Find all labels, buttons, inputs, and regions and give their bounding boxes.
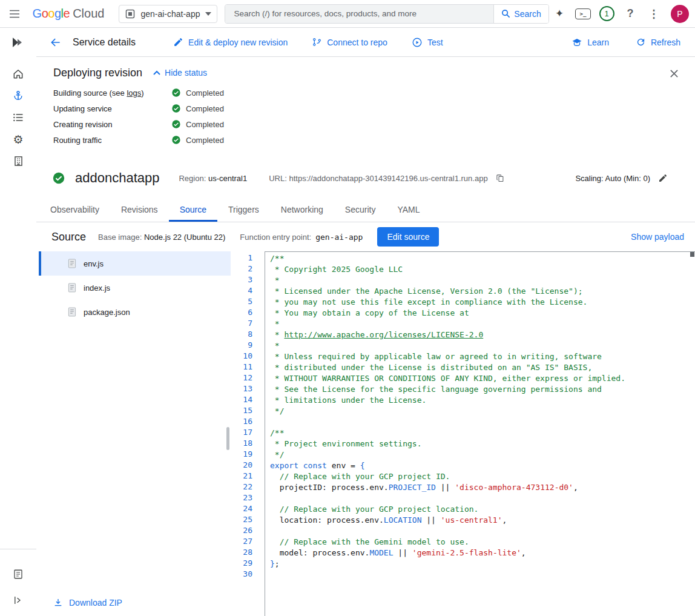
code-line: */ (270, 406, 695, 417)
check-circle-icon (171, 119, 181, 129)
notifications-button[interactable]: 1 (596, 4, 617, 24)
left-nav-rail: ⚙ (0, 28, 36, 616)
code-content: /** * Copyright 2025 Google LLC * * Lice… (265, 251, 695, 616)
cloud-shell-icon: >_ (575, 8, 591, 19)
code-line: * Copyright 2025 Google LLC (270, 264, 695, 275)
line-number: 5 (231, 296, 252, 307)
test-button[interactable]: Test (412, 37, 443, 48)
hamburger-menu-button[interactable] (0, 0, 29, 28)
cloud-shell-button[interactable]: >_ (573, 4, 593, 24)
panel-expand-icon (13, 595, 24, 606)
help-button[interactable]: ? (620, 4, 641, 24)
cloud-run-product-logo (11, 31, 25, 53)
file-name: index.js (84, 283, 110, 293)
service-name: addonchatapp (75, 170, 159, 186)
header-actions: ✦ >_ 1 ? ⋮ P (549, 4, 695, 24)
tab-security[interactable]: Security (334, 200, 387, 222)
status-text: Completed (186, 120, 224, 129)
rail-organization-button[interactable] (5, 150, 31, 172)
project-picker[interactable]: gen-ai-chat-app (119, 5, 217, 23)
code-line: * See the License for the specific langu… (270, 384, 695, 395)
list-icon (12, 111, 24, 124)
tab-yaml[interactable]: YAML (386, 200, 430, 222)
connect-repo-button[interactable]: Connect to repo (312, 37, 387, 47)
download-zip-label: Download ZIP (69, 598, 122, 608)
edit-deploy-button[interactable]: Edit & deploy new revision (173, 37, 288, 47)
code-line: export const env = { (270, 460, 695, 471)
connect-repo-label: Connect to repo (327, 38, 387, 47)
code-line: // Replace with the Gemini model to use. (270, 537, 695, 548)
project-name: gen-ai-chat-app (140, 9, 200, 19)
file-item-index.js[interactable]: index.js (39, 276, 231, 300)
rail-cloud-run-services-button[interactable] (5, 85, 31, 107)
code-line: * Unless required by applicable law or a… (270, 351, 695, 362)
service-url-value: https://addonchatapp-301439142196.us-cen… (289, 174, 487, 183)
file-panel-scrollbar[interactable] (226, 427, 229, 450)
rail-home-button[interactable] (5, 63, 31, 85)
status-text: Completed (186, 88, 224, 98)
line-number: 26 (231, 525, 252, 536)
rail-settings-button[interactable]: ⚙ (5, 128, 31, 150)
deploy-status-title: Deploying revision (53, 67, 142, 79)
code-line: // Replace with your GCP project locatio… (270, 504, 695, 515)
code-line: * You may obtain a copy of the License a… (270, 308, 695, 319)
status-label: Creating revision (53, 120, 171, 129)
download-zip-button[interactable]: Download ZIP (53, 598, 122, 608)
line-number: 12 (231, 373, 252, 383)
tab-revisions[interactable]: Revisions (110, 200, 169, 222)
line-number: 20 (231, 460, 252, 471)
source-title: Source (51, 231, 86, 243)
avatar[interactable]: P (671, 5, 689, 23)
logs-link[interactable]: logs (127, 88, 141, 98)
source-header: Source Base image: Node.js 22 (Ubuntu 22… (36, 222, 695, 251)
search-input[interactable] (225, 5, 493, 23)
show-payload-link[interactable]: Show payload (631, 232, 684, 242)
status-label: Building source (see logs) (53, 88, 171, 98)
copy-url-button[interactable] (493, 170, 509, 186)
edit-scaling-button[interactable] (655, 170, 671, 186)
file-item-env.js[interactable]: env.js (39, 251, 231, 276)
hide-status-button[interactable]: Hide status (153, 68, 207, 78)
status-text: Completed (186, 136, 224, 145)
back-button[interactable] (45, 31, 67, 53)
scaling-text: Scaling: Auto (Min: 0) (575, 174, 650, 183)
code-line: location: process.env.LOCATION || 'us-ce… (270, 515, 695, 526)
tab-observability[interactable]: Observability (39, 200, 110, 222)
code-line (270, 417, 695, 428)
edit-source-button[interactable]: Edit source (377, 227, 439, 247)
tab-source[interactable]: Source (169, 200, 217, 222)
chevron-down-icon (205, 12, 211, 16)
release-notes-button[interactable] (5, 563, 31, 585)
gemini-button[interactable]: ✦ (549, 4, 570, 24)
refresh-button[interactable]: Refresh (636, 37, 680, 47)
chevron-up-icon (153, 70, 160, 75)
tab-triggers[interactable]: Triggers (217, 200, 270, 222)
code-editor[interactable]: 1234567891011121314151617181920212223242… (231, 251, 695, 616)
line-number: 4 (231, 285, 252, 296)
service-status-check-icon (52, 171, 65, 185)
code-line: projectID: process.env.PROJECT_ID || 'di… (270, 482, 695, 493)
pencil-icon (173, 37, 183, 47)
line-number: 11 (231, 362, 252, 373)
copy-icon (496, 173, 505, 184)
editor-scrollbar-thumb[interactable] (690, 252, 694, 257)
deploy-status-panel: Deploying revision Hide status Building … (36, 57, 695, 148)
line-number: 19 (231, 449, 252, 460)
download-icon (53, 598, 63, 608)
file-item-package.json[interactable]: package.json (39, 300, 231, 324)
file-name: env.js (84, 259, 104, 268)
code-line: * Project environment settings. (270, 439, 695, 449)
line-number: 3 (231, 274, 252, 285)
learn-cap-icon (571, 37, 582, 48)
learn-button[interactable]: Learn (571, 37, 609, 48)
tab-networking[interactable]: Networking (270, 200, 334, 222)
more-options-button[interactable]: ⋮ (644, 4, 664, 24)
search-button[interactable]: Search (493, 5, 548, 23)
logo-cloud: Cloud (73, 7, 104, 21)
line-number: 24 (231, 503, 252, 514)
rail-list-button[interactable] (5, 107, 31, 128)
search-button-label: Search (514, 9, 541, 19)
expand-rail-button[interactable] (5, 589, 31, 611)
close-status-button[interactable] (666, 65, 682, 81)
check-circle-icon (171, 88, 181, 98)
